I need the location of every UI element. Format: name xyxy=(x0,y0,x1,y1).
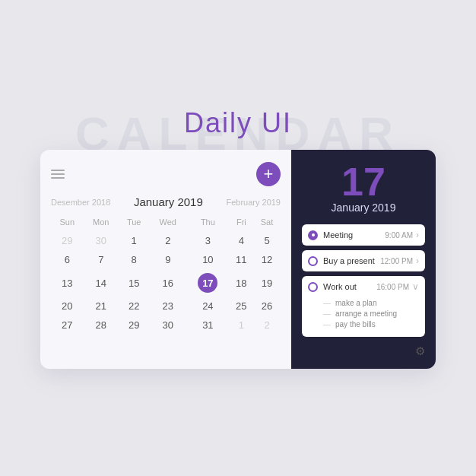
events-list: Meeting9:00 AM›Buy a present12:00 PM›Wor… xyxy=(302,224,425,341)
calendar-day-cell[interactable]: 13 xyxy=(51,269,84,297)
calendar-header: + xyxy=(51,162,281,186)
calendar-day-cell[interactable]: 12 xyxy=(253,250,281,269)
event-expanded-header[interactable]: Work out16:00 PM∨ xyxy=(302,276,425,297)
next-month-label[interactable]: February 2019 xyxy=(226,198,281,207)
calendar-day-cell[interactable]: 29 xyxy=(119,316,149,335)
event-sub-item: pay the bills xyxy=(323,320,419,328)
event-sub-item: make a plan xyxy=(323,299,419,307)
event-radio-icon xyxy=(308,256,318,266)
detail-day-number: 17 xyxy=(302,162,425,202)
calendar-day-cell[interactable]: 24 xyxy=(186,297,230,316)
calendar-day-cell[interactable]: 1 xyxy=(230,316,253,335)
calendar-day-cell[interactable]: 7 xyxy=(84,250,119,269)
day-of-week-header: Tue xyxy=(119,216,149,231)
calendar-day-cell[interactable]: 18 xyxy=(230,269,253,297)
current-month-label: January 2019 xyxy=(134,195,203,208)
calendar-day-cell[interactable]: 1 xyxy=(119,231,149,250)
event-radio-icon xyxy=(308,282,318,292)
day-of-week-header: Thu xyxy=(186,216,230,231)
event-name: Meeting xyxy=(323,230,385,240)
calendar-day-cell[interactable]: 9 xyxy=(149,250,186,269)
hamburger-icon[interactable] xyxy=(51,170,65,179)
calendar-day-cell[interactable]: 29 xyxy=(51,231,84,250)
page-title: Daily UI xyxy=(184,107,292,139)
day-of-week-header: Sat xyxy=(253,216,281,231)
today-highlight: 17 xyxy=(198,273,217,293)
calendar-day-cell[interactable]: 20 xyxy=(51,297,84,316)
calendar-day-cell[interactable]: 6 xyxy=(51,250,84,269)
detail-panel: 17 January 2019 Meeting9:00 AM›Buy a pre… xyxy=(291,150,436,369)
chevron-down-icon: ∨ xyxy=(412,281,419,292)
calendar-day-cell[interactable]: 16 xyxy=(149,269,186,297)
calendar-day-cell[interactable]: 31 xyxy=(186,316,230,335)
prev-month-label[interactable]: Desember 2018 xyxy=(51,198,110,207)
calendar-day-cell[interactable]: 26 xyxy=(253,297,281,316)
calendar-day-cell[interactable]: 14 xyxy=(84,269,119,297)
calendar-day-cell[interactable]: 11 xyxy=(230,250,253,269)
calendar-day-cell[interactable]: 15 xyxy=(119,269,149,297)
calendar-day-cell[interactable]: 5 xyxy=(253,231,281,250)
event-sub-item: arrange a meeting xyxy=(323,309,419,318)
event-sub-items: make a planarrange a meetingpay the bill… xyxy=(302,297,425,337)
calendar-day-cell[interactable]: 3 xyxy=(186,231,230,250)
calendar-day-cell[interactable]: 30 xyxy=(149,316,186,335)
add-event-button[interactable]: + xyxy=(256,162,281,186)
calendar-day-cell[interactable]: 28 xyxy=(84,316,119,335)
calendar-day-cell[interactable]: 21 xyxy=(84,297,119,316)
event-name: Work out xyxy=(323,282,376,291)
calendar-day-cell[interactable]: 27 xyxy=(51,316,84,335)
calendar-day-cell[interactable]: 8 xyxy=(119,250,149,269)
calendar-day-cell[interactable]: 30 xyxy=(84,231,119,250)
event-expanded-item[interactable]: Work out16:00 PM∨make a planarrange a me… xyxy=(302,276,425,337)
chevron-right-icon: › xyxy=(416,255,419,266)
chevron-right-icon: › xyxy=(416,230,419,240)
main-container: + Desember 2018 January 2019 February 20… xyxy=(40,150,436,369)
calendar-day-cell[interactable]: 22 xyxy=(119,297,149,316)
event-time: 9:00 AM xyxy=(385,231,413,240)
calendar-grid: SunMonTueWedThuFriSat 293012345678910111… xyxy=(51,216,281,335)
calendar-panel: + Desember 2018 January 2019 February 20… xyxy=(40,150,291,369)
event-item[interactable]: Meeting9:00 AM› xyxy=(302,224,425,246)
calendar-day-cell[interactable]: 2 xyxy=(149,231,186,250)
calendar-day-cell[interactable]: 23 xyxy=(149,297,186,316)
calendar-day-cell[interactable]: 2 xyxy=(253,316,281,335)
event-radio-icon xyxy=(308,230,318,240)
calendar-day-cell[interactable]: 4 xyxy=(230,231,253,250)
event-time: 12:00 PM xyxy=(380,257,413,265)
event-name: Buy a present xyxy=(323,256,380,265)
calendar-day-cell[interactable]: 10 xyxy=(186,250,230,269)
day-of-week-header: Mon xyxy=(84,216,119,231)
settings-wrap: ⚙ xyxy=(302,344,425,358)
event-time: 16:00 PM xyxy=(376,283,409,291)
day-of-week-header: Sun xyxy=(51,216,84,231)
calendar-day-cell[interactable]: 17 xyxy=(186,269,230,297)
settings-icon[interactable]: ⚙ xyxy=(415,344,425,358)
calendar-day-cell[interactable]: 19 xyxy=(253,269,281,297)
month-navigation: Desember 2018 January 2019 February 2019 xyxy=(51,195,281,208)
detail-date-label: January 2019 xyxy=(302,202,425,214)
day-of-week-header: Fri xyxy=(230,216,253,231)
calendar-day-cell[interactable]: 25 xyxy=(230,297,253,316)
event-item[interactable]: Buy a present12:00 PM› xyxy=(302,250,425,271)
day-of-week-header: Wed xyxy=(149,216,186,231)
